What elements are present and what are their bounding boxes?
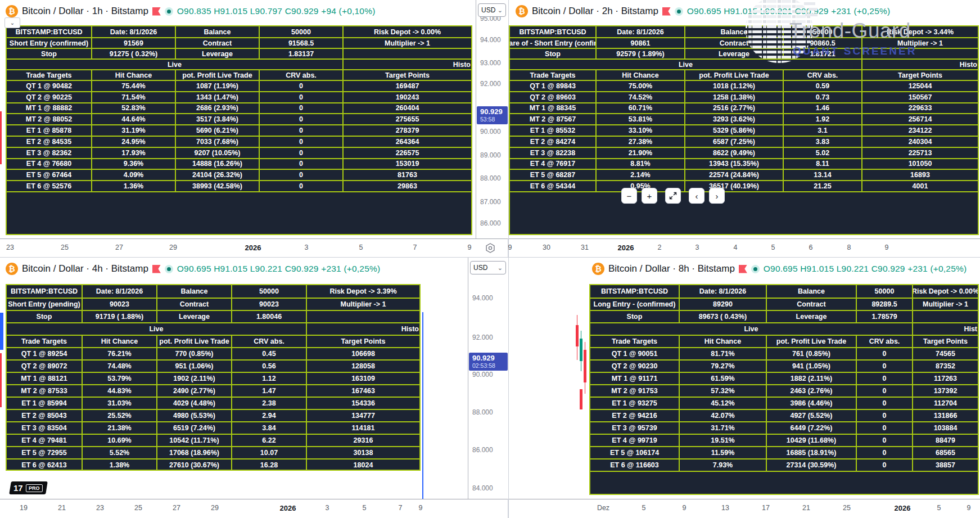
profit-cell: 2686 (2.93%) [175, 103, 259, 114]
time-axis[interactable]: 9303120262345689 [509, 238, 980, 257]
crv-cell: 16.28 [231, 460, 306, 471]
info-label: Contract [684, 38, 783, 48]
target-cell: ET 2 @ 84274 [510, 137, 595, 147]
points-cell: 256714 [861, 114, 978, 124]
trade-targets-table: BITSTAMP:BTCUSDDate: 8/1/2026Balance5000… [589, 284, 979, 495]
hit-chance-cell: 76.21% [82, 348, 156, 359]
time-axis[interactable]: 19212325272920263579 [0, 499, 508, 518]
table-row: BITSTAMP:BTCUSDDate: 8/1/2026Balance5000… [7, 26, 471, 37]
time-tick-label: 27 [115, 244, 123, 251]
crv-cell: 0 [259, 137, 342, 147]
info-label: Contract [175, 38, 259, 48]
time-tick-label: 25 [843, 504, 851, 512]
price-axis[interactable]: 94.00092.00090.00088.00086.00084.000USD⌄… [468, 258, 508, 499]
points-cell: 154336 [306, 398, 419, 409]
crv-cell: 0.73 [783, 92, 861, 102]
hit-chance-cell: 81.71% [679, 348, 766, 359]
points-cell: 106698 [306, 348, 419, 359]
blue-rectangle-drawing[interactable] [0, 313, 3, 350]
profit-cell: 3293 (3.62%) [684, 114, 783, 124]
last-price-badge: 90.92953:58 [477, 106, 508, 124]
bitcoin-icon: ₿ [592, 263, 604, 275]
hit-chance-cell: 44.83% [82, 385, 156, 397]
profit-cell: 1882 (2.11%) [766, 373, 856, 384]
points-cell: 30138 [306, 447, 419, 458]
time-tick-label: 25 [134, 504, 142, 512]
col-header: Target Points [912, 336, 978, 347]
scroll-left-button[interactable]: ‹ [689, 188, 704, 204]
zoom-out-button[interactable]: − [621, 188, 637, 204]
live-section-header: Live [590, 323, 912, 335]
profit-cell: 5329 (5.86%) [684, 125, 783, 136]
time-tick-label: 9 [468, 244, 472, 251]
price-axis[interactable]: 95.00094.00093.00092.00090.00089.00088.0… [476, 0, 508, 238]
red-flag-icon[interactable] [662, 7, 671, 16]
price-tick-label: 93.000 [476, 59, 508, 67]
hit-chance-cell: 52.83% [91, 103, 175, 114]
target-cell: QT 1 @ 90482 [7, 81, 91, 91]
crv-cell: 0.59 [783, 81, 861, 91]
info-label: Balance [766, 285, 856, 298]
red-flag-icon[interactable] [739, 265, 747, 273]
info-risk [306, 311, 419, 322]
col-header: Hit Chance [595, 70, 684, 80]
table-row: ET 6 @ 525761.36%38993 (42.58%)029863 [7, 180, 471, 191]
time-axis[interactable]: 2325272920263579 [0, 238, 508, 257]
ohlc-values: O90.695 H91.015 L90.221 C90.929 +231 (+0… [177, 264, 380, 274]
crv-cell: 0 [856, 460, 912, 471]
target-cell: ET 3 @ 83504 [7, 422, 82, 434]
hit-chance-cell: 9.36% [91, 159, 175, 169]
info-risk: Multiplier -> 1 [861, 38, 978, 48]
table-row: ET 1 @ 8599431.03%4029 (4.48%)2.38154336 [7, 397, 419, 409]
target-cell: ET 6 @ 62413 [7, 460, 82, 471]
profit-cell: 13943 (15.35%) [684, 159, 783, 169]
vertical-line-drawing[interactable] [422, 312, 423, 499]
crv-cell: 8.11 [783, 159, 861, 169]
axis-settings-icon[interactable] [485, 242, 496, 256]
red-flag-icon[interactable] [152, 7, 161, 16]
table-row: are of - Short Entry (confir90861Contrac… [510, 37, 978, 48]
points-cell: 101050 [861, 159, 978, 169]
profit-cell: 8622 (9.49%) [684, 148, 783, 158]
target-cell: ET 4 @ 99719 [590, 435, 679, 446]
crv-cell: 10.07 [231, 447, 306, 458]
info-label: BITSTAMP:BTCUSD [7, 285, 82, 298]
scroll-right-button[interactable]: › [709, 188, 725, 204]
table-row: QT 1 @ 9005181.71%761 (0.85%)074565 [590, 347, 978, 359]
col-header: CRV abs. [259, 70, 342, 80]
col-header: CRV abs. [231, 336, 306, 347]
chevron-down-icon: ⌄ [498, 264, 503, 272]
table-filler [590, 471, 978, 494]
info-label: Stop [590, 311, 679, 322]
crv-cell: 0 [856, 435, 912, 446]
crv-cell: 0 [856, 373, 912, 384]
status-dot-icon [165, 265, 173, 273]
price-tick-label: 87.000 [476, 198, 508, 206]
crv-cell: 2.38 [231, 398, 306, 409]
info-label: Balance [684, 26, 783, 37]
target-cell: MT 1 @ 88121 [7, 373, 82, 384]
crv-cell: 0 [259, 159, 342, 169]
tradingview-logo[interactable]: 17 PRO [9, 481, 48, 494]
target-cell: QT 2 @ 89603 [510, 92, 595, 102]
profit-cell: 1258 (1.38%) [684, 92, 783, 102]
maximize-button[interactable] [665, 188, 681, 204]
red-flag-icon[interactable] [152, 265, 161, 273]
crv-cell: 1.47 [231, 385, 306, 397]
zoom-in-button[interactable]: + [642, 188, 657, 204]
table-row: QT 2 @ 8907274.48%951 (1.06%)0.56128058 [7, 359, 419, 372]
info-risk [912, 311, 978, 322]
collapse-legend-button[interactable]: ⌄ [4, 17, 20, 28]
points-cell: 278379 [342, 125, 471, 136]
pro-badge: PRO [26, 484, 43, 492]
table-row: ET 6 @ 1166037.93%27314 (30.59%)038857 [590, 458, 978, 471]
table-row: BITSTAMP:BTCUSDDate: 8/1/2026Balance5000… [590, 285, 978, 298]
currency-dropdown[interactable]: USD⌄ [470, 261, 506, 274]
currency-dropdown[interactable]: USD⌄ [478, 3, 506, 17]
time-axis[interactable]: Dez5913172125202659 [509, 499, 980, 518]
table-row: QT 1 @ 8925476.21%770 (0.85%)0.45106698 [7, 347, 419, 359]
info-risk: Multiplier -> 1 [306, 299, 419, 310]
points-cell: 229633 [861, 103, 978, 114]
col-header: Hit Chance [679, 336, 766, 347]
target-cell: ET 4 @ 76680 [7, 159, 91, 169]
